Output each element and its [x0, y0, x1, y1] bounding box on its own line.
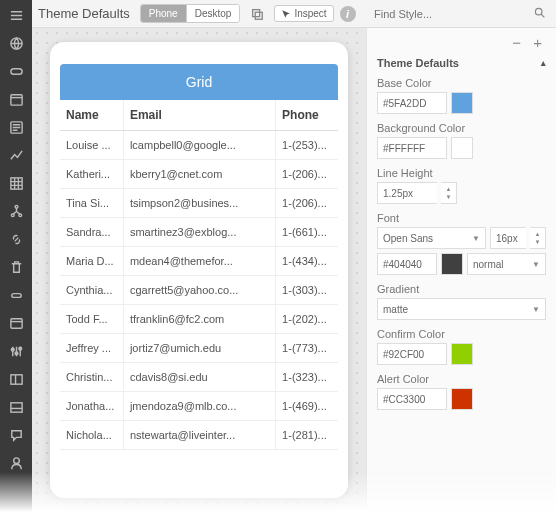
gradient-label: Gradient	[377, 283, 546, 295]
bg-color-swatch[interactable]	[451, 137, 473, 159]
chart-icon[interactable]	[7, 146, 25, 164]
line-height-stepper[interactable]: ▲▼	[441, 182, 457, 204]
table-row[interactable]: Jeffrey ...jortiz7@umich.edu1-(773)...	[60, 334, 338, 363]
cell-email: jmendoza9@mlb.co...	[123, 392, 275, 421]
link-icon[interactable]	[7, 230, 25, 248]
table-row[interactable]: Louise ...lcampbell0@google...1-(253)...	[60, 131, 338, 160]
cell-phone: 1-(206)...	[276, 189, 338, 218]
cell-email: tsimpson2@busines...	[123, 189, 275, 218]
svg-point-12	[18, 347, 21, 350]
svg-rect-2	[10, 94, 21, 104]
col-phone[interactable]: Phone	[276, 100, 338, 131]
alert-color-swatch[interactable]	[451, 388, 473, 410]
chevron-up-icon: ▴	[541, 58, 546, 68]
cell-email: cgarrett5@yahoo.co...	[123, 276, 275, 305]
top-toolbar: Theme Defaults Phone Desktop Inspect i	[32, 0, 556, 28]
table-row[interactable]: Cynthia...cgarrett5@yahoo.co...1-(303)..…	[60, 276, 338, 305]
font-size-stepper[interactable]: ▲▼	[530, 227, 546, 249]
table-row[interactable]: Jonatha...jmendoza9@mlb.co...1-(469)...	[60, 392, 338, 421]
cell-email: tfranklin6@fc2.com	[123, 305, 275, 334]
seg-phone[interactable]: Phone	[141, 5, 186, 22]
svg-rect-17	[256, 12, 263, 19]
table-row[interactable]: Todd F...tfranklin6@fc2.com1-(202)...	[60, 305, 338, 334]
cell-email: jortiz7@umich.edu	[123, 334, 275, 363]
panel-icon[interactable]	[7, 314, 25, 332]
font-color-input[interactable]	[377, 253, 437, 275]
user-icon[interactable]	[7, 454, 25, 472]
table-row[interactable]: Katheri...kberry1@cnet.com1-(206)...	[60, 160, 338, 189]
design-canvas: Grid Name Email Phone Louise ...lcampbel…	[32, 28, 366, 512]
globe-icon[interactable]	[7, 34, 25, 52]
info-icon[interactable]: i	[340, 6, 356, 22]
svg-point-11	[15, 351, 18, 354]
collapse-expand[interactable]: − +	[377, 34, 546, 51]
cell-phone: 1-(202)...	[276, 305, 338, 334]
confirm-color-label: Confirm Color	[377, 328, 546, 340]
cell-phone: 1-(253)...	[276, 131, 338, 160]
grid-icon[interactable]	[7, 174, 25, 192]
cell-phone: 1-(773)...	[276, 334, 338, 363]
cell-phone: 1-(469)...	[276, 392, 338, 421]
base-color-input[interactable]	[377, 92, 447, 114]
line-height-input[interactable]	[377, 182, 437, 204]
cell-name: Katheri...	[60, 160, 123, 189]
cell-email: lcampbell0@google...	[123, 131, 275, 160]
cell-email: nstewarta@liveinter...	[123, 421, 275, 450]
cell-name: Cynthia...	[60, 276, 123, 305]
col-name[interactable]: Name	[60, 100, 123, 131]
calendar-icon[interactable]	[7, 90, 25, 108]
menu-icon[interactable]	[7, 6, 25, 24]
font-family-select[interactable]: Open Sans▼	[377, 227, 486, 249]
table-row[interactable]: Maria D...mdean4@themefor...1-(434)...	[60, 247, 338, 276]
window2-icon[interactable]	[7, 398, 25, 416]
window-icon[interactable]	[7, 370, 25, 388]
table-row[interactable]: Sandra...smartinez3@exblog...1-(661)...	[60, 218, 338, 247]
svg-rect-9	[10, 318, 21, 327]
chat-icon[interactable]	[7, 426, 25, 444]
bg-color-input[interactable]	[377, 137, 447, 159]
font-color-swatch[interactable]	[441, 253, 463, 275]
device-segmented: Phone Desktop	[140, 4, 241, 23]
cell-email: cdavis8@si.edu	[123, 363, 275, 392]
data-grid[interactable]: Name Email Phone Louise ...lcampbell0@go…	[60, 100, 338, 450]
pill-icon[interactable]	[7, 62, 25, 80]
alert-color-input[interactable]	[377, 388, 447, 410]
cell-phone: 1-(206)...	[276, 160, 338, 189]
section-header[interactable]: Theme Defaults ▴	[377, 57, 546, 69]
seg-desktop[interactable]: Desktop	[186, 5, 240, 22]
cell-phone: 1-(303)...	[276, 276, 338, 305]
col-email[interactable]: Email	[123, 100, 275, 131]
cell-phone: 1-(434)...	[276, 247, 338, 276]
svg-rect-4	[10, 177, 21, 188]
page-title: Theme Defaults	[38, 6, 130, 21]
svg-point-18	[535, 8, 542, 15]
duplicate-icon[interactable]	[246, 3, 268, 25]
table-row[interactable]: Tina Si...tsimpson2@busines...1-(206)...	[60, 189, 338, 218]
confirm-color-input[interactable]	[377, 343, 447, 365]
base-color-swatch[interactable]	[451, 92, 473, 114]
font-weight-select[interactable]: normal▼	[467, 253, 546, 275]
gradient-select[interactable]: matte▼	[377, 298, 546, 320]
confirm-color-swatch[interactable]	[451, 343, 473, 365]
search-icon[interactable]	[533, 6, 546, 22]
cell-phone: 1-(281)...	[276, 421, 338, 450]
inspect-button[interactable]: Inspect	[274, 5, 333, 22]
table-row[interactable]: Nichola...nstewarta@liveinter...1-(281).…	[60, 421, 338, 450]
tree-icon[interactable]	[7, 202, 25, 220]
phone-frame: Grid Name Email Phone Louise ...lcampbel…	[50, 42, 348, 498]
alert-color-label: Alert Color	[377, 373, 546, 385]
tag-icon[interactable]	[7, 286, 25, 304]
form-icon[interactable]	[7, 118, 25, 136]
cell-name: Maria D...	[60, 247, 123, 276]
table-row[interactable]: Christin...cdavis8@si.edu1-(323)...	[60, 363, 338, 392]
cell-name: Sandra...	[60, 218, 123, 247]
cell-name: Jonatha...	[60, 392, 123, 421]
font-size-input[interactable]	[490, 227, 526, 249]
cell-phone: 1-(323)...	[276, 363, 338, 392]
sliders-icon[interactable]	[7, 342, 25, 360]
svg-point-10	[11, 348, 14, 351]
left-toolbar	[0, 0, 32, 512]
search-input[interactable]	[370, 4, 550, 24]
base-color-label: Base Color	[377, 77, 546, 89]
trash-icon[interactable]	[7, 258, 25, 276]
